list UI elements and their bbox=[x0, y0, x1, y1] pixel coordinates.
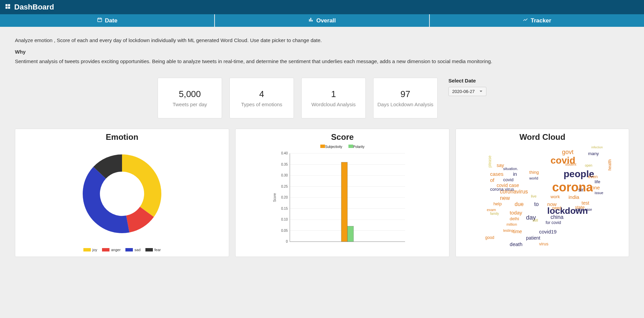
trend-icon bbox=[523, 17, 528, 24]
svg-rect-3 bbox=[8, 7, 10, 9]
app-header: DashBoard bbox=[0, 0, 644, 14]
stat-label: Types of emotions bbox=[241, 101, 282, 107]
date-picker-value: 2020-06-27 bbox=[452, 89, 475, 94]
wordcloud-word: delhi bbox=[510, 216, 519, 221]
charts-row: Emotion joyangersadfear Score Subjectivi… bbox=[15, 129, 629, 257]
wordcloud-word: good bbox=[485, 235, 495, 240]
page-content: Analyze emotion , Score of each and ever… bbox=[0, 27, 644, 266]
chart-title: Score bbox=[331, 132, 354, 142]
svg-rect-1 bbox=[8, 4, 10, 6]
emotion-legend: joyangersadfear bbox=[83, 248, 161, 252]
svg-text:0.05: 0.05 bbox=[281, 229, 288, 232]
wordcloud-word: life bbox=[595, 179, 600, 184]
date-picker[interactable]: 2020-06-27 bbox=[448, 87, 486, 96]
svg-text:0: 0 bbox=[286, 240, 288, 243]
svg-text:0.40: 0.40 bbox=[281, 151, 288, 155]
stat-card: 97 Days Lockdown Analysis bbox=[373, 78, 438, 118]
svg-text:0.35: 0.35 bbox=[281, 163, 288, 166]
wordcloud-word: family bbox=[490, 212, 499, 216]
wordcloud-word: covid19 bbox=[539, 229, 557, 235]
wordcloud-word: sir bbox=[578, 187, 584, 192]
wordcloud-word: open bbox=[585, 164, 592, 167]
wordcloud-word: even bbox=[588, 174, 598, 179]
wordcloud-word: thing bbox=[529, 170, 539, 175]
calendar-icon bbox=[97, 17, 102, 24]
wordcloud-word: million bbox=[506, 222, 517, 226]
svg-text:0.25: 0.25 bbox=[281, 185, 288, 188]
stat-card: 1 Wordcloud Analysis bbox=[301, 78, 366, 118]
wordcloud-word: student bbox=[565, 163, 577, 166]
wordcloud-word: govt bbox=[562, 149, 573, 156]
wordcloud: coronapeoplecovidlockdowngovtcoronavirus… bbox=[461, 145, 624, 250]
wordcloud-word: please bbox=[487, 156, 492, 168]
date-picker-label: Select Date bbox=[448, 78, 486, 83]
tab-label: Overall bbox=[316, 17, 336, 24]
score-legend: SubjectivityPolarity bbox=[320, 145, 364, 149]
app-title: DashBoard bbox=[14, 3, 54, 12]
tab-overall[interactable]: Overall bbox=[215, 14, 429, 27]
stat-value: 5,000 bbox=[179, 89, 201, 99]
svg-rect-5 bbox=[309, 19, 310, 22]
stat-label: Wordcloud Analysis bbox=[311, 101, 356, 107]
stat-value: 97 bbox=[401, 89, 410, 99]
wordcloud-word: for covid bbox=[546, 220, 561, 225]
svg-rect-4 bbox=[98, 18, 102, 22]
intro-text: Analyze emotion , Score of each and ever… bbox=[15, 36, 629, 44]
wordcloud-word: new bbox=[500, 195, 510, 201]
emotion-donut-chart bbox=[68, 145, 176, 246]
stat-label: Tweets per day bbox=[173, 101, 207, 107]
wordcloud-word: exam bbox=[487, 208, 496, 212]
wordcloud-word: help bbox=[494, 201, 502, 206]
chart-title: Emotion bbox=[106, 132, 138, 142]
wordcloud-card: Word Cloud coronapeoplecovidlockdowngovt… bbox=[456, 129, 629, 257]
svg-rect-7 bbox=[312, 20, 313, 22]
svg-text:0.30: 0.30 bbox=[281, 173, 288, 177]
wordcloud-word: corona bbox=[552, 180, 593, 194]
wordcloud-word: one bbox=[591, 185, 600, 190]
wordcloud-word: health bbox=[608, 159, 612, 170]
wordcloud-word: infection bbox=[591, 146, 603, 149]
stat-value: 4 bbox=[259, 89, 264, 99]
wordcloud-word: due bbox=[515, 201, 524, 207]
dashboard-icon bbox=[5, 3, 11, 11]
wordcloud-word: china bbox=[550, 214, 563, 220]
tab-label: Date bbox=[105, 17, 118, 24]
stats-row: 5,000 Tweets per day 4 Types of emotions… bbox=[15, 78, 629, 118]
wordcloud-word: active case bbox=[575, 208, 592, 211]
wordcloud-word: world bbox=[529, 176, 538, 180]
wordcloud-word: still bbox=[532, 218, 538, 222]
svg-rect-30 bbox=[347, 226, 354, 242]
svg-text:0.15: 0.15 bbox=[281, 207, 288, 210]
wordcloud-word: to bbox=[534, 201, 539, 207]
wordcloud-word: cases bbox=[490, 171, 503, 177]
svg-rect-6 bbox=[310, 18, 311, 22]
wordcloud-word: time bbox=[513, 229, 522, 234]
wordcloud-word: many bbox=[588, 151, 599, 156]
tab-tracker[interactable]: Tracker bbox=[430, 14, 644, 27]
wordcloud-word: covid bbox=[503, 177, 514, 182]
wordcloud-word: issue bbox=[595, 191, 603, 195]
svg-rect-29 bbox=[341, 162, 347, 242]
chevron-down-icon bbox=[479, 89, 483, 94]
wordcloud-word: today bbox=[510, 210, 522, 216]
bar-chart-icon bbox=[308, 17, 314, 24]
wordcloud-word: need bbox=[552, 206, 561, 210]
wordcloud-word: virus bbox=[539, 241, 548, 246]
svg-rect-0 bbox=[5, 4, 7, 6]
wordcloud-word: work bbox=[550, 194, 560, 199]
wordcloud-word: death bbox=[510, 241, 523, 247]
why-heading: Why bbox=[15, 48, 629, 56]
stat-label: Days Lockdown Analysis bbox=[377, 101, 433, 107]
tab-bar: Date Overall Tracker bbox=[0, 14, 644, 27]
chart-title: Word Cloud bbox=[519, 132, 565, 142]
stat-value: 1 bbox=[331, 89, 336, 99]
date-picker-section: Select Date 2020-06-27 bbox=[448, 78, 486, 96]
svg-text:Score: Score bbox=[273, 193, 277, 202]
score-chart-card: Score SubjectivityPolarity 00.050.100.15… bbox=[235, 129, 449, 257]
score-bar-chart: 00.050.100.150.200.250.300.350.40Score bbox=[271, 150, 414, 252]
wordcloud-word: situation. bbox=[503, 167, 518, 171]
wordcloud-word: live bbox=[531, 194, 537, 198]
tab-date[interactable]: Date bbox=[0, 14, 214, 27]
wordcloud-word: of bbox=[490, 177, 495, 183]
svg-text:0.20: 0.20 bbox=[281, 195, 288, 199]
